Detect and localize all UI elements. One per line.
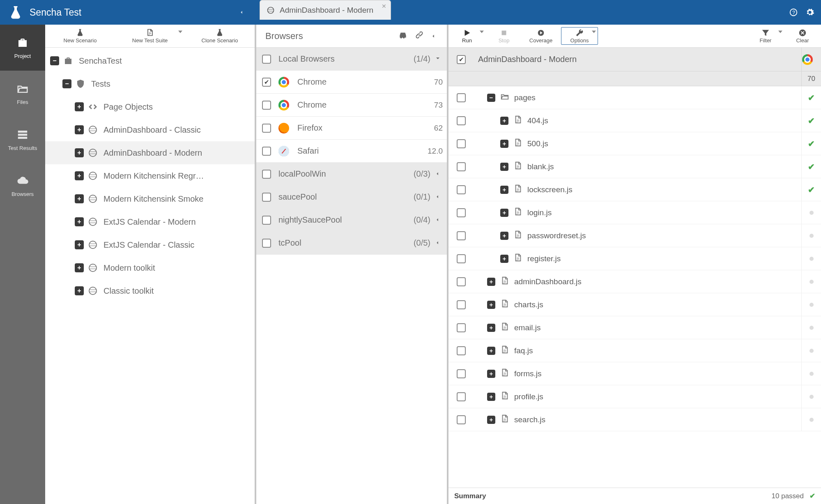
settings-icon[interactable]: [805, 8, 814, 17]
collapse-browsers-icon[interactable]: [430, 31, 441, 41]
stop-button[interactable]: Stop: [485, 25, 522, 47]
clear-button[interactable]: Clear: [784, 25, 821, 47]
pool-checkbox[interactable]: [262, 193, 271, 202]
pool-checkbox[interactable]: [262, 239, 271, 248]
chevron-icon[interactable]: [435, 169, 443, 179]
result-row[interactable]: forms.js: [448, 362, 821, 385]
row-checkbox[interactable]: [457, 162, 466, 171]
row-checkbox[interactable]: [457, 277, 466, 286]
browser-checkbox[interactable]: [262, 124, 271, 133]
pool-row[interactable]: localPoolWin(0/3): [256, 163, 447, 186]
coverage-button[interactable]: Coverage: [522, 25, 559, 47]
row-checkbox[interactable]: [457, 346, 466, 355]
expand-icon[interactable]: [487, 393, 495, 401]
browser-row[interactable]: Safari12.0: [256, 140, 447, 163]
chevron-down-icon[interactable]: [178, 33, 182, 39]
new-scenario-button[interactable]: New Scenario: [45, 25, 115, 47]
result-row[interactable]: 404.js✔: [448, 109, 821, 132]
pool-row[interactable]: tcPool(0/5): [256, 232, 447, 255]
nav-project[interactable]: Project: [0, 25, 45, 71]
expand-icon[interactable]: [487, 370, 495, 378]
tree-row[interactable]: Tests: [45, 72, 255, 95]
browser-row[interactable]: Chrome73: [256, 94, 447, 117]
new-test-suite-button[interactable]: New Test Suite: [115, 25, 185, 47]
nav-browsers[interactable]: Browsers: [0, 163, 45, 209]
close-tab-icon[interactable]: ✕: [382, 3, 386, 9]
row-checkbox[interactable]: [457, 208, 466, 217]
row-checkbox[interactable]: [457, 254, 466, 263]
tree-row[interactable]: Modern Kitchensink Smoke: [45, 187, 255, 210]
browser-checkbox[interactable]: [262, 101, 271, 110]
result-row[interactable]: lockscreen.js✔: [448, 178, 821, 201]
result-row[interactable]: adminDashboard.js: [448, 270, 821, 293]
expand-icon[interactable]: [500, 163, 508, 171]
expand-icon[interactable]: [500, 117, 508, 125]
row-checkbox[interactable]: [457, 93, 466, 102]
browser-row[interactable]: Chrome70: [256, 71, 447, 94]
parking-icon[interactable]: [398, 30, 408, 43]
result-row[interactable]: faq.js: [448, 339, 821, 362]
filter-button[interactable]: Filter: [747, 25, 784, 47]
tree-row[interactable]: AdminDashboard - Modern: [45, 141, 255, 164]
expand-icon[interactable]: [75, 102, 84, 111]
expand-icon[interactable]: [500, 140, 508, 148]
link-icon[interactable]: [414, 30, 425, 43]
pool-row[interactable]: saucePool(0/1): [256, 186, 447, 209]
scenario-tab[interactable]: AdminDashboard - Modern ✕: [260, 0, 391, 20]
expand-icon[interactable]: [75, 148, 84, 157]
nav-test-results[interactable]: Test Results: [0, 117, 45, 163]
row-checkbox[interactable]: [457, 231, 466, 240]
browser-row[interactable]: Firefox62: [256, 117, 447, 140]
expand-icon[interactable]: [75, 125, 84, 134]
tree-row[interactable]: SenchaTest: [45, 49, 255, 72]
tree-row[interactable]: Classic toolkit: [45, 279, 255, 302]
result-row[interactable]: email.js: [448, 316, 821, 339]
result-row[interactable]: login.js: [448, 201, 821, 224]
pool-checkbox[interactable]: [262, 55, 271, 64]
tree-row[interactable]: AdminDashboard - Classic: [45, 118, 255, 141]
row-checkbox[interactable]: [457, 139, 466, 148]
expand-icon[interactable]: [500, 232, 508, 240]
row-checkbox[interactable]: [457, 323, 466, 332]
select-all-checkbox[interactable]: [457, 55, 466, 64]
pool-row[interactable]: Local Browsers(1/4): [256, 48, 447, 71]
result-row[interactable]: register.js: [448, 247, 821, 270]
expand-icon[interactable]: [75, 217, 84, 226]
options-button[interactable]: Options: [561, 27, 598, 45]
expand-icon[interactable]: [75, 240, 84, 249]
expand-icon[interactable]: [500, 255, 508, 263]
row-checkbox[interactable]: [457, 392, 466, 401]
result-row[interactable]: passwordreset.js: [448, 224, 821, 247]
result-row[interactable]: profile.js: [448, 385, 821, 408]
row-checkbox[interactable]: [457, 369, 466, 378]
chevron-icon[interactable]: [435, 192, 443, 202]
tree-row[interactable]: ExtJS Calendar - Modern: [45, 210, 255, 233]
expand-icon[interactable]: [75, 194, 84, 203]
expand-icon[interactable]: [75, 286, 84, 295]
expand-icon[interactable]: [487, 301, 495, 309]
tree-row[interactable]: Modern toolkit: [45, 256, 255, 279]
result-row[interactable]: charts.js: [448, 293, 821, 316]
help-icon[interactable]: [789, 8, 798, 17]
chevron-down-icon[interactable]: [778, 33, 782, 39]
tree-row[interactable]: Modern Kitchensink Regr…: [45, 164, 255, 187]
result-row[interactable]: 500.js✔: [448, 132, 821, 155]
chevron-down-icon[interactable]: [480, 33, 484, 39]
chevron-icon[interactable]: [435, 238, 443, 248]
expand-icon[interactable]: [50, 56, 59, 65]
expand-icon[interactable]: [500, 209, 508, 217]
expand-icon[interactable]: [75, 263, 84, 272]
clone-scenario-button[interactable]: Clone Scenario: [185, 25, 255, 47]
collapse-left-icon[interactable]: [233, 0, 250, 25]
run-button[interactable]: Run: [448, 25, 485, 47]
chevron-icon[interactable]: [435, 54, 443, 64]
browser-checkbox[interactable]: [262, 147, 271, 156]
tree-row[interactable]: ExtJS Calendar - Classic: [45, 233, 255, 256]
result-row[interactable]: search.js: [448, 408, 821, 431]
row-checkbox[interactable]: [457, 415, 466, 424]
row-checkbox[interactable]: [457, 185, 466, 194]
expand-icon[interactable]: [487, 324, 495, 332]
expand-icon[interactable]: [75, 171, 84, 180]
pool-row[interactable]: nightlySaucePool(0/4): [256, 209, 447, 232]
expand-icon[interactable]: [487, 416, 495, 424]
